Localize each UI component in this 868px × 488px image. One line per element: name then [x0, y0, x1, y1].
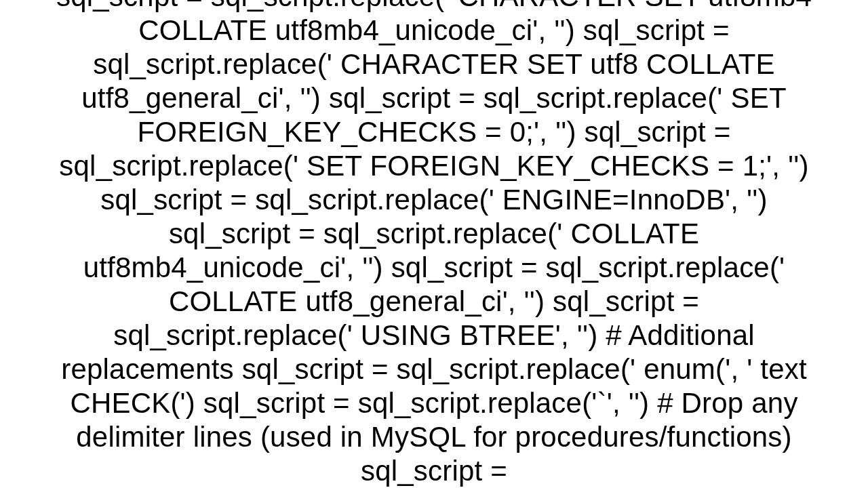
page-container: sql_script = sql_script.replace(' CHARAC… — [0, 0, 868, 488]
code-text-block: sql_script = sql_script.replace(' CHARAC… — [54, 0, 814, 488]
